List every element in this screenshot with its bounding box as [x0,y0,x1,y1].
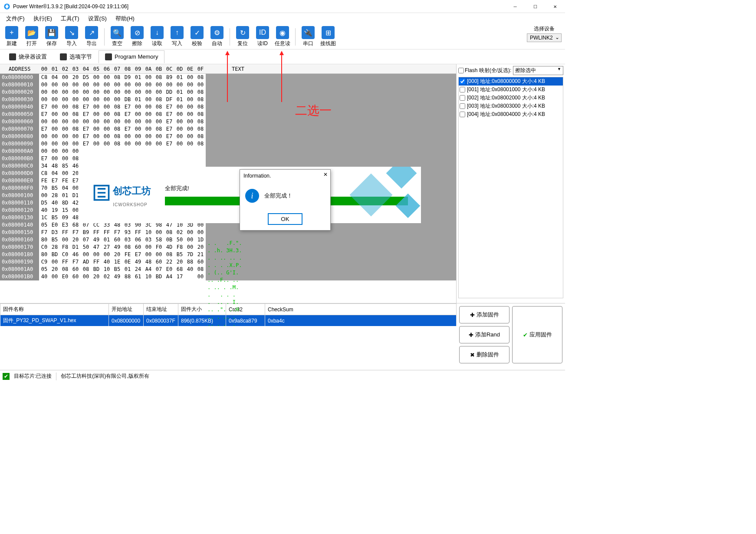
tool-icon: 💾 [45,26,58,39]
erase-mode-combo[interactable]: 擦除选中 [513,66,563,75]
hex-row[interactable]: 0x08000150F7D3FFF7B9FFFFF793FF1000080200… [0,229,456,236]
info-icon: i [245,189,259,203]
flash-checkbox[interactable] [460,87,465,92]
toolbtn-擦除[interactable]: ⊘擦除 [128,25,147,49]
menu-help[interactable]: 帮助(H) [111,13,139,24]
flashmap-toggle[interactable]: Flash 映射(全/反选): [458,67,511,74]
hex-row[interactable]: 0x08000070E7000008E7000008E7000008E70000… [0,125,456,133]
flash-checkbox[interactable] [460,103,465,109]
toolbtn-复位[interactable]: ↻复位 [233,25,252,49]
toolbtn-读取[interactable]: ↓读取 [148,25,167,49]
menu-exec[interactable]: 执行(E) [29,13,56,24]
memory-icon [105,53,112,60]
hex-row[interactable]: 0x08000020000000000000000000000000DD0100… [0,89,456,96]
dialog-message: 全部完成！ [264,192,293,200]
gear-icon [9,53,16,60]
menu-tools[interactable]: 工具(T) [56,13,84,24]
toolbtn-写入[interactable]: ↑写入 [168,25,187,49]
titlebar: Power Writer®1.3.9.2 [Build:2024-09-02 1… [0,0,565,13]
tool-icon: ⊞ [322,26,335,39]
flash-item[interactable]: [000] 地址:0x08000000 大小:4 KB [459,77,563,86]
toolbtn-接线图[interactable]: ⊞接线图 [319,25,338,49]
status-chip: 目标芯片:已连接 [14,372,52,380]
ascii-overlay: . . .F.". . .h. 3H.3. . . .. .. . . . . … [207,240,277,328]
tool-icon: ↗ [85,26,98,39]
hex-row[interactable]: 0x08000040E7000008E7000008E7000008E70000… [0,103,456,111]
header-address: ADDRESS [0,66,39,72]
toolbtn-自动[interactable]: ⚙自动 [207,25,227,49]
bytes-icon [60,53,67,60]
tab-program-memory[interactable]: Program Memory [99,50,164,63]
tool-icon: 🔍 [111,26,124,39]
menu-settings[interactable]: 设置(S) [84,13,111,24]
toolbtn-校验[interactable]: ✓校验 [187,25,207,49]
toolbtn-查空[interactable]: 🔍查空 [108,25,127,49]
add-firmware-button[interactable]: ✚添加固件 [459,306,509,323]
toolbtn-新建[interactable]: +新建 [2,25,21,49]
device-select-label: 选择设备 [527,25,562,33]
tool-icon: ↘ [65,26,78,39]
delete-firmware-button[interactable]: ✖删除固件 [459,346,509,363]
device-combo[interactable]: PWLINK2 [527,33,562,42]
flash-item[interactable]: [004] 地址:0x08004000 大小:4 KB [459,110,563,119]
dialog-ok-button[interactable]: OK [268,213,302,225]
plus-icon: ✚ [470,312,475,318]
flash-item[interactable]: [003] 地址:0x08003000 大小:4 KB [459,102,563,110]
hex-row[interactable]: 0x080000A000000000 [0,148,456,155]
app-icon [3,3,10,10]
hex-row[interactable]: 0x08000010000000000000000000000000000000… [0,81,456,89]
dialog-titlebar: Information. ✕ [240,170,330,182]
hex-row[interactable]: 0x0800008000000000E700000800000000E70000… [0,133,456,140]
firmware-actions: ✚添加固件 ✚添加Rand ✖删除固件 ✔应用固件 [457,303,565,370]
title-text: Power Writer®1.3.9.2 [Build:2024-09-02 1… [13,3,128,10]
hex-row[interactable]: 0x080000B0E7000008 [0,155,456,162]
minimize-button[interactable]: ─ [505,0,525,13]
firmware-area: 固件名称 开始地址 结束地址 固件大小 Crc32 CheckSum 固件_PY… [0,303,565,370]
tab-burner-settings[interactable]: 烧录器设置 [3,50,53,64]
tool-icon: ID [256,26,269,39]
device-select: 选择设备 PWLINK2 [527,25,562,42]
toolbtn-串口[interactable]: 🔌串口 [299,25,318,49]
status-company: 创芯工坊科技(深圳)有限公司,版权所有 [61,372,149,380]
toolbtn-打开[interactable]: 📂打开 [22,25,41,49]
col-start[interactable]: 开始地址 [109,304,144,315]
tool-icon: ✓ [191,26,204,39]
tab-option-bytes[interactable]: 选项字节 [53,50,99,64]
plus-icon: ✚ [469,332,473,338]
logo: 创芯工坊 ICWORKSHOP [78,183,165,207]
flash-item[interactable]: [002] 地址:0x08002000 大小:4 KB [459,94,563,102]
toolbtn-保存[interactable]: 💾保存 [42,25,61,49]
toolbtn-导出[interactable]: ↗导出 [82,25,101,49]
hex-header: ADDRESS 000102030405060708090A0B0C0D0E0F… [0,64,456,74]
menu-file[interactable]: 文件(F) [2,13,29,24]
flash-checkbox[interactable] [460,95,465,101]
connected-icon: ✔ [3,373,10,380]
flashmap-checkbox[interactable] [458,68,464,73]
hex-row[interactable]: 0x08000000C8040020D5000008D9010008890100… [0,74,456,81]
col-name[interactable]: 固件名称 [0,304,109,315]
tool-icon: ↑ [171,26,184,39]
toolbtn-任意读[interactable]: ◉任意读 [273,25,292,49]
dialog-close-button[interactable]: ✕ [323,171,328,178]
toolbtn-读ID[interactable]: ID读ID [253,25,272,49]
flash-item[interactable]: [001] 地址:0x08001000 大小:4 KB [459,86,563,94]
col-chk[interactable]: CheckSum [265,304,457,315]
hex-row[interactable]: 0x08000050E7000008E7000008E7000008E70000… [0,111,456,118]
apply-firmware-button[interactable]: ✔应用固件 [512,306,562,363]
tool-icon: + [5,26,18,39]
flash-checkbox[interactable] [460,79,465,84]
hex-row[interactable]: 0x0800009000000000E700000800000000E70000… [0,140,456,148]
x-icon: ✖ [470,352,475,358]
flash-list[interactable]: [000] 地址:0x08000000 大小:4 KB[001] 地址:0x08… [458,77,563,298]
col-end[interactable]: 结束地址 [144,304,178,315]
decoration [325,167,421,223]
flash-checkbox[interactable] [460,112,465,117]
toolbtn-导入[interactable]: ↘导入 [62,25,81,49]
toolbar: +新建📂打开💾保存↘导入↗导出🔍查空⊘擦除↓读取↑写入✓校验⚙自动↻复位ID读I… [0,24,565,49]
maximize-button[interactable]: ☐ [525,0,545,13]
menubar: 文件(F) 执行(E) 工具(T) 设置(S) 帮助(H) [0,13,565,24]
hex-row[interactable]: 0x080000300000000000000000DB010008DF0100… [0,96,456,103]
hex-row[interactable]: 0x08000060000000000000000000000000E70000… [0,118,456,125]
add-rand-button[interactable]: ✚添加Rand [459,326,509,343]
close-button[interactable]: ✕ [545,0,565,13]
